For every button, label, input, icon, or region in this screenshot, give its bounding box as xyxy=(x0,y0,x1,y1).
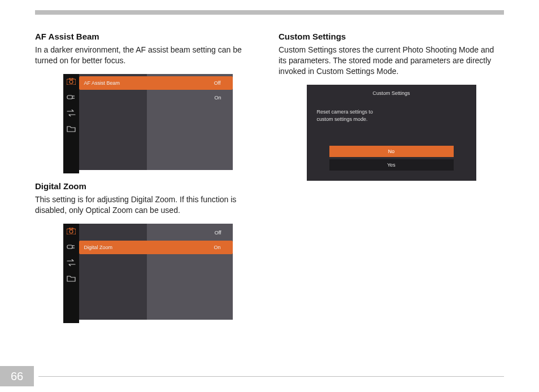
dialog-title: Custom Settings xyxy=(307,85,476,96)
digital-zoom-screenshot: Off Digital Zoom On xyxy=(63,224,233,320)
plug-icon xyxy=(67,243,76,251)
camera-icon xyxy=(67,77,76,85)
svg-point-8 xyxy=(69,230,73,233)
left-column: AF Assist Beam In a darker environment, … xyxy=(35,32,260,331)
custom-settings-heading: Custom Settings xyxy=(279,32,504,41)
row-value-off: Off xyxy=(147,226,233,239)
row-value-on: On xyxy=(147,241,232,254)
af-assist-row[interactable]: AF Assist Beam Off xyxy=(79,76,233,90)
menu-sidebar xyxy=(63,74,79,173)
camera-icon xyxy=(67,227,76,235)
no-button[interactable]: No xyxy=(329,146,454,157)
custom-settings-screenshot: Custom Settings Reset camera settings to… xyxy=(307,85,476,181)
plug-icon xyxy=(67,93,76,101)
af-assist-heading: AF Assist Beam xyxy=(35,32,260,41)
page-bottom-line xyxy=(38,376,504,377)
svg-point-2 xyxy=(69,80,73,84)
dialog-message-l1: Reset camera settings to xyxy=(317,109,373,115)
dialog-message-l2: custom settings mode. xyxy=(317,116,368,122)
svg-rect-3 xyxy=(67,95,72,99)
page-top-bar xyxy=(35,10,504,15)
menu-sidebar xyxy=(63,224,79,323)
row-label: AF Assist Beam xyxy=(80,77,147,89)
dialog-message: Reset camera settings to custom settings… xyxy=(317,108,373,124)
row-label-empty xyxy=(79,226,147,239)
digital-zoom-row-off[interactable]: Off xyxy=(79,226,233,239)
transfer-icon xyxy=(67,109,76,117)
af-assist-screenshot: AF Assist Beam Off On xyxy=(63,74,233,170)
right-column: Custom Settings Custom Settings stores t… xyxy=(279,32,504,331)
row-value-on: On xyxy=(147,91,233,104)
svg-rect-9 xyxy=(67,245,72,249)
af-assist-row-on[interactable]: On xyxy=(79,91,233,104)
af-assist-body: In a darker environment, the AF assist b… xyxy=(35,45,260,66)
page-number: 66 xyxy=(0,366,34,386)
folder-icon xyxy=(67,125,76,133)
yes-button[interactable]: Yes xyxy=(329,159,454,171)
row-label: Digital Zoom xyxy=(80,241,147,254)
row-label-empty xyxy=(79,91,147,104)
digital-zoom-body: This setting is for adjusting Digital Zo… xyxy=(35,194,260,216)
digital-zoom-heading: Digital Zoom xyxy=(35,181,260,191)
custom-settings-body: Custom Settings stores the current Photo… xyxy=(279,45,504,77)
digital-zoom-row[interactable]: Digital Zoom On xyxy=(79,241,233,254)
content-columns: AF Assist Beam In a darker environment, … xyxy=(35,32,504,331)
folder-icon xyxy=(67,275,76,282)
transfer-icon xyxy=(67,259,76,267)
row-value-off: Off xyxy=(147,77,232,89)
